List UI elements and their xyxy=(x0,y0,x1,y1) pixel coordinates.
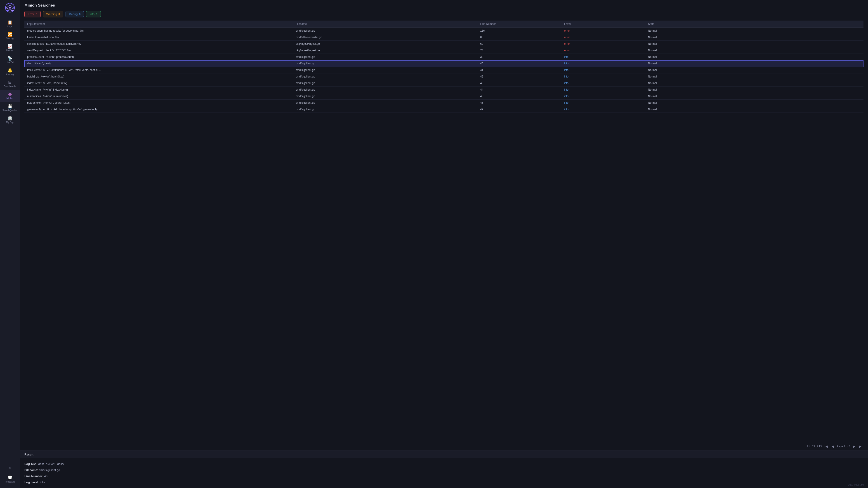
result-line-number-value: 40 xyxy=(44,475,47,478)
result-filename: Filename: cmd/sigclient.go xyxy=(24,468,864,472)
sidebar-item-tracing[interactable]: 🔀 Tracing xyxy=(0,30,20,42)
cell-extra xyxy=(729,28,864,34)
sidebar-item-feedback[interactable]: 💬 Feedback xyxy=(0,473,20,485)
sidebar-item-label: Tracing xyxy=(6,37,13,40)
pagination-last-button[interactable]: ▶| xyxy=(858,444,864,449)
cell-state: Normal xyxy=(645,28,729,34)
sidebar-item-myorg[interactable]: 🏢 My Org xyxy=(0,114,20,126)
cell-extra xyxy=(729,34,864,41)
table-row[interactable]: batchSize : %+v\n", batchSize) cmd/sigcl… xyxy=(24,73,864,80)
cell-log: Failed to marshal json! %v xyxy=(24,34,293,41)
result-panel: Result Log Text: dest : %+v\n", dest) Fi… xyxy=(20,451,868,488)
page-title: Minion Searches xyxy=(24,3,864,8)
sidebar-item-label: Live Tail xyxy=(6,61,14,64)
cell-extra xyxy=(729,73,864,80)
logs-icon: 📋 xyxy=(7,20,12,24)
sidebar-item-dashboards[interactable]: ⊞ Dashboards xyxy=(0,78,20,90)
sidebar-item-theme[interactable]: ☀ xyxy=(0,464,20,473)
cell-extra xyxy=(729,67,864,73)
table-row[interactable]: Failed to marshal json! %v cmd/utils/con… xyxy=(24,34,864,41)
col-header-level: Level xyxy=(561,21,645,28)
cell-line: 40 xyxy=(477,60,561,67)
cell-line: 39 xyxy=(477,54,561,60)
table-row[interactable]: indexName : %+v\n", indexName) cmd/sigcl… xyxy=(24,87,864,93)
table-row[interactable]: indexPrefix : %+v\n", indexPrefix) cmd/s… xyxy=(24,80,864,87)
filter-info-button[interactable]: Info 0 xyxy=(86,11,101,18)
cell-file: pkg/ingest/ingest.go xyxy=(293,41,477,47)
cell-extra xyxy=(729,47,864,54)
cell-state: Normal xyxy=(645,54,729,60)
result-log-text-label: Log Text: xyxy=(24,462,37,466)
pagination-next-button[interactable]: ▶ xyxy=(852,444,857,449)
sidebar-item-label: Saved Queries xyxy=(2,109,17,111)
cell-line: 45 xyxy=(477,93,561,100)
table-row[interactable]: processCount : %+v\n", processCount) cmd… xyxy=(24,54,864,60)
metrics-icon: 📈 xyxy=(7,44,12,48)
cell-level: error xyxy=(561,28,645,34)
sidebar-item-savedqueries[interactable]: 💾 Saved Queries xyxy=(0,102,20,114)
log-table-container: Log Statement Filename Line Number Level… xyxy=(20,21,868,442)
app-logo xyxy=(5,3,15,13)
table-row[interactable]: totalEvents : %+v. Continuous: %+v\n", t… xyxy=(24,67,864,73)
cell-level: error xyxy=(561,47,645,54)
cell-level: info xyxy=(561,106,645,113)
sidebar-item-livetail[interactable]: 📡 Live Tail xyxy=(0,54,20,66)
result-log-level-label: Log Level: xyxy=(24,481,39,484)
cell-log: totalEvents : %+v. Continuous: %+v\n", t… xyxy=(24,67,293,73)
cell-file: cmd/sigclient.go xyxy=(293,106,477,113)
cell-level: error xyxy=(561,34,645,41)
table-row[interactable]: sendRequest: client.Do ERROR: %v pkg/ing… xyxy=(24,47,864,54)
cell-state: Normal xyxy=(645,41,729,47)
cell-level: info xyxy=(561,87,645,93)
cell-file: cmd/sigclient.go xyxy=(293,54,477,60)
cell-state: Normal xyxy=(645,80,729,87)
filter-error-button[interactable]: Error 0 xyxy=(24,11,41,18)
result-body: Log Text: dest : %+v\n", dest) Filename:… xyxy=(20,458,868,488)
cell-line: 74 xyxy=(477,47,561,54)
cell-level: error xyxy=(561,41,645,47)
cell-line: 43 xyxy=(477,80,561,87)
sidebar-item-alerting[interactable]: 🔔 Alerting xyxy=(0,66,20,78)
result-log-text-value: dest : %+v\n", dest) xyxy=(38,462,64,466)
result-line-number-label: Line Number: xyxy=(24,475,43,478)
table-row[interactable]: metrics query has no results for query t… xyxy=(24,28,864,34)
table-row[interactable]: sendRequest: http.NewRequest ERROR: %v p… xyxy=(24,41,864,47)
pagination-prev-button[interactable]: ◀ xyxy=(831,444,835,449)
col-header-line: Line Number xyxy=(477,21,561,28)
cell-log: generatorType : %+v. Add timestamp: %+v\… xyxy=(24,106,293,113)
table-row[interactable]: dest : %+v\n", dest) cmd/sigclient.go 40… xyxy=(24,60,864,67)
sidebar-item-label: Logs xyxy=(7,25,12,28)
cell-line: 69 xyxy=(477,41,561,47)
filter-warning-label: Warning xyxy=(46,12,57,16)
cell-state: Normal xyxy=(645,73,729,80)
col-header-file: Filename xyxy=(293,21,477,28)
sidebar-item-logs[interactable]: 📋 Logs xyxy=(0,18,20,30)
cell-extra xyxy=(729,41,864,47)
cell-log: dest : %+v\n", dest) xyxy=(24,60,293,67)
col-header-log: Log Statement xyxy=(24,21,293,28)
sidebar-bottom: ☀ 💬 Feedback xyxy=(0,464,20,485)
cell-file: cmd/sigclient.go xyxy=(293,93,477,100)
cell-file: cmd/sigclient.go xyxy=(293,67,477,73)
result-log-level-value: info xyxy=(40,481,45,484)
sidebar: 📋 Logs 🔀 Tracing 📈 Metrics 📡 Live Tail 🔔… xyxy=(0,0,20,488)
table-row[interactable]: numIndices : %+v\n", numIndices) cmd/sig… xyxy=(24,93,864,100)
table-row[interactable]: bearerToken : %+v\n", bearerToken) cmd/s… xyxy=(24,100,864,106)
cell-extra xyxy=(729,93,864,100)
filter-warning-button[interactable]: Warning 0 xyxy=(43,11,64,18)
sidebar-item-label: My Org xyxy=(6,121,13,124)
sidebar-item-minion[interactable]: 👾 Minion xyxy=(0,90,20,102)
pagination-first-button[interactable]: |◀ xyxy=(824,444,829,449)
cell-level: info xyxy=(561,93,645,100)
cell-extra xyxy=(729,100,864,106)
sidebar-item-metrics[interactable]: 📈 Metrics xyxy=(0,42,20,54)
cell-state: Normal xyxy=(645,67,729,73)
cell-log: sendRequest: http.NewRequest ERROR: %v xyxy=(24,41,293,47)
filter-debug-button[interactable]: Debug 0 xyxy=(66,11,84,18)
cell-line: 44 xyxy=(477,87,561,93)
tracing-icon: 🔀 xyxy=(7,32,12,36)
cell-log: processCount : %+v\n", processCount) xyxy=(24,54,293,60)
feedback-label: Feedback xyxy=(5,481,15,483)
table-body: metrics query has no results for query t… xyxy=(24,28,864,113)
table-row[interactable]: generatorType : %+v. Add timestamp: %+v\… xyxy=(24,106,864,113)
